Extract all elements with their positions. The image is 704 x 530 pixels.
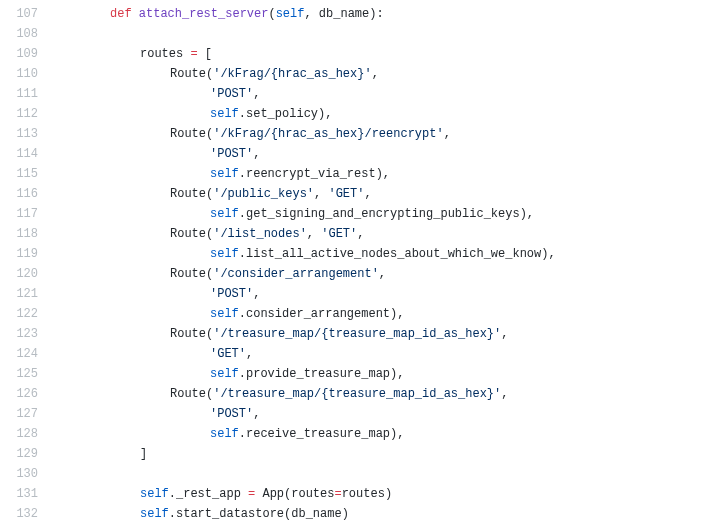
- line-number: 129: [0, 444, 38, 464]
- token-plain: .: [239, 107, 246, 121]
- code-line[interactable]: Route('/consider_arrangement',: [50, 264, 704, 284]
- line-number: 122: [0, 304, 38, 324]
- code-line[interactable]: self.list_all_active_nodes_about_which_w…: [50, 244, 704, 264]
- line-number: 131: [0, 484, 38, 504]
- token-plain: ),: [520, 207, 534, 221]
- code-line[interactable]: Route('/treasure_map/{treasure_map_id_as…: [50, 384, 704, 404]
- token-id: routes: [140, 47, 183, 61]
- token-self: self: [210, 427, 239, 441]
- token-id: Route: [170, 127, 206, 141]
- token-plain: .: [169, 507, 176, 521]
- token-plain: ),: [390, 307, 404, 321]
- token-id: Route: [170, 267, 206, 281]
- token-str: 'POST': [210, 87, 253, 101]
- code-line[interactable]: self.consider_arrangement),: [50, 304, 704, 324]
- code-line[interactable]: Route('/list_nodes', 'GET',: [50, 224, 704, 244]
- token-plain: ]: [140, 447, 147, 461]
- token-id: db_name: [291, 507, 341, 521]
- token-str: '/kFrag/{hrac_as_hex}/reencrypt': [213, 127, 443, 141]
- code-line[interactable]: 'POST',: [50, 404, 704, 424]
- token-str: 'POST': [210, 407, 253, 421]
- code-line[interactable]: self.get_signing_and_encrypting_public_k…: [50, 204, 704, 224]
- code-line[interactable]: def attach_rest_server(self, db_name):: [50, 4, 704, 24]
- token-id: routes: [291, 487, 334, 501]
- token-self: self: [210, 307, 239, 321]
- code-line[interactable]: self.provide_treasure_map),: [50, 364, 704, 384]
- line-number: 130: [0, 464, 38, 484]
- token-id: App: [262, 487, 284, 501]
- code-line[interactable]: Route('/kFrag/{hrac_as_hex}/reencrypt',: [50, 124, 704, 144]
- token-id: Route: [170, 67, 206, 81]
- token-id: Route: [170, 387, 206, 401]
- code-line[interactable]: [50, 464, 704, 484]
- token-str: '/public_keys': [213, 187, 314, 201]
- token-plain: [: [198, 47, 212, 61]
- token-plain: .: [169, 487, 176, 501]
- token-id: consider_arrangement: [246, 307, 390, 321]
- token-self: self: [140, 507, 169, 521]
- code-line[interactable]: Route('/kFrag/{hrac_as_hex}',: [50, 64, 704, 84]
- code-line[interactable]: Route('/public_keys', 'GET',: [50, 184, 704, 204]
- token-id: provide_treasure_map: [246, 367, 390, 381]
- line-number: 125: [0, 364, 38, 384]
- code-line[interactable]: self.set_policy),: [50, 104, 704, 124]
- token-def: attach_rest_server: [139, 7, 269, 21]
- token-plain: ,: [314, 187, 328, 201]
- line-number: 111: [0, 84, 38, 104]
- token-plain: ,: [444, 127, 451, 141]
- code-line[interactable]: 'POST',: [50, 284, 704, 304]
- token-id: Route: [170, 227, 206, 241]
- token-id: receive_treasure_map: [246, 427, 390, 441]
- code-line[interactable]: 'POST',: [50, 144, 704, 164]
- line-number: 114: [0, 144, 38, 164]
- code-line[interactable]: ]: [50, 444, 704, 464]
- token-id: list_all_active_nodes_about_which_we_kno…: [246, 247, 541, 261]
- token-id: db_name: [319, 7, 369, 21]
- code-line[interactable]: self.reencrypt_via_rest),: [50, 164, 704, 184]
- line-number: 120: [0, 264, 38, 284]
- line-number: 123: [0, 324, 38, 344]
- token-plain: [132, 7, 139, 21]
- token-plain: ): [385, 487, 392, 501]
- line-number: 110: [0, 64, 38, 84]
- code-area[interactable]: def attach_rest_server(self, db_name):ro…: [50, 4, 704, 530]
- token-plain: ,: [501, 387, 508, 401]
- line-number: 127: [0, 404, 38, 424]
- token-plain: ,: [253, 147, 260, 161]
- token-str: 'GET': [210, 347, 246, 361]
- token-plain: ),: [376, 167, 390, 181]
- token-self: self: [210, 207, 239, 221]
- token-plain: ): [342, 507, 349, 521]
- token-id: _rest_app: [176, 487, 241, 501]
- token-id: reencrypt_via_rest: [246, 167, 376, 181]
- code-line[interactable]: 'GET',: [50, 344, 704, 364]
- code-line[interactable]: routes = [: [50, 44, 704, 64]
- code-line[interactable]: self.start_datastore(db_name): [50, 504, 704, 524]
- token-plain: ,: [253, 87, 260, 101]
- token-plain: .: [239, 207, 246, 221]
- code-line[interactable]: self._rest_app = App(routes=routes): [50, 484, 704, 504]
- code-line[interactable]: Route('/treasure_map/{treasure_map_id_as…: [50, 324, 704, 344]
- code-line[interactable]: 'POST',: [50, 84, 704, 104]
- token-id: routes: [342, 487, 385, 501]
- line-number: 121: [0, 284, 38, 304]
- token-plain: ):: [369, 7, 383, 21]
- token-plain: (: [268, 7, 275, 21]
- token-id: Route: [170, 327, 206, 341]
- line-number: 117: [0, 204, 38, 224]
- token-plain: .: [239, 247, 246, 261]
- token-plain: .: [239, 307, 246, 321]
- line-number: 124: [0, 344, 38, 364]
- token-plain: ,: [253, 287, 260, 301]
- token-op: =: [190, 47, 197, 61]
- token-plain: .: [239, 367, 246, 381]
- token-str: '/treasure_map/{treasure_map_id_as_hex}': [213, 327, 501, 341]
- token-self: self: [210, 247, 239, 261]
- line-number: 107: [0, 4, 38, 24]
- token-self: self: [210, 167, 239, 181]
- line-number: 115: [0, 164, 38, 184]
- code-line[interactable]: [50, 24, 704, 44]
- code-line[interactable]: self.receive_treasure_map),: [50, 424, 704, 444]
- token-str: '/treasure_map/{treasure_map_id_as_hex}': [213, 387, 501, 401]
- line-number: 118: [0, 224, 38, 244]
